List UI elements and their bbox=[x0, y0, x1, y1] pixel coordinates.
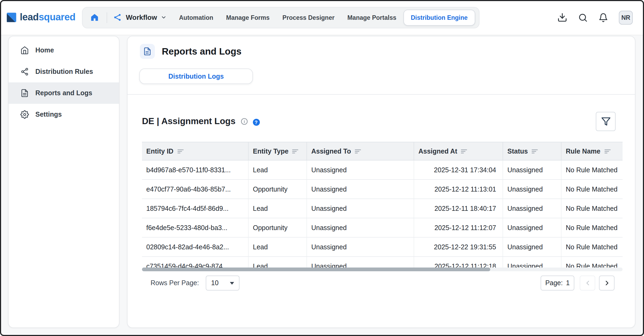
info-icon[interactable] bbox=[240, 117, 248, 125]
sidebar-item-reports-and-logs[interactable]: Reports and Logs bbox=[9, 82, 119, 104]
horizontal-scrollbar[interactable] bbox=[142, 268, 623, 271]
assigned-at-cell: 2025-12-12 11:12:07 bbox=[414, 218, 503, 237]
column-header-label: Assigned At bbox=[418, 147, 457, 155]
reports-page-icon bbox=[140, 44, 155, 59]
entity-type-cell: Lead bbox=[249, 199, 307, 218]
leadsquared-logo[interactable]: leadsquared bbox=[6, 12, 76, 23]
table-row[interactable]: b4d967a8-e570-11f0-8331... Lead Unassign… bbox=[142, 161, 623, 180]
column-header-rule-name[interactable]: Rule Name bbox=[561, 142, 623, 160]
assigned-at-cell: 2025-12-22 19:31:55 bbox=[414, 238, 503, 256]
workflow-icon bbox=[113, 13, 122, 22]
column-header-entity-type[interactable]: Entity Type bbox=[249, 142, 307, 160]
sidebar-item-label: Distribution Rules bbox=[35, 68, 93, 75]
table-row[interactable]: e470cf77-90a6-4b36-85b7... Opportunity U… bbox=[142, 180, 623, 199]
entity-type-cell: Lead bbox=[249, 238, 307, 256]
column-header-assigned-at[interactable]: Assigned At bbox=[414, 142, 503, 160]
nav-item-manage-portals[interactable]: Manage Portalss bbox=[342, 9, 402, 25]
column-header-label: Rule Name bbox=[566, 147, 600, 155]
sidebar-item-settings[interactable]: Settings bbox=[9, 104, 119, 125]
app-stage: leadsquared Workflow bbox=[0, 0, 644, 336]
topbar: leadsquared Workflow bbox=[0, 0, 644, 35]
search-button[interactable] bbox=[578, 13, 588, 22]
nav-divider bbox=[107, 12, 107, 23]
notifications-button[interactable] bbox=[598, 13, 608, 22]
sort-icon bbox=[355, 148, 361, 154]
nav-item-automation[interactable]: Automation bbox=[173, 9, 219, 25]
gear-icon bbox=[20, 110, 29, 119]
page-title: Reports and Logs bbox=[162, 46, 242, 57]
entity-id-cell: 02809c14-82ad-4e46-8a2... bbox=[142, 238, 249, 256]
tab-distribution-logs[interactable]: Distribution Logs bbox=[139, 68, 253, 84]
status-cell: Unassigned bbox=[503, 238, 561, 256]
assigned-at-cell: 2025-12-31 17:34:04 bbox=[414, 161, 503, 179]
rule-name-cell: No Rule Matched bbox=[561, 161, 623, 179]
table-header-row: Entity ID Entity Type Assigned To Assign… bbox=[142, 142, 623, 161]
report-icon bbox=[20, 89, 29, 97]
status-cell: Unassigned bbox=[503, 218, 561, 237]
sidebar-item-label: Home bbox=[35, 47, 54, 54]
sidebar-item-distribution-rules[interactable]: Distribution Rules bbox=[9, 61, 119, 82]
logo-text: leadsquared bbox=[20, 12, 76, 23]
column-header-label: Assigned To bbox=[311, 147, 351, 155]
table-row[interactable]: 185794c6-7fc4-4d5f-86d9... Lead Unassign… bbox=[142, 199, 623, 218]
bell-icon bbox=[598, 13, 608, 22]
filter-icon bbox=[601, 117, 611, 126]
table-row[interactable]: 02809c14-82ad-4e46-8a2... Lead Unassigne… bbox=[142, 238, 623, 257]
page-header: Reports and Logs bbox=[140, 44, 242, 59]
previous-page-button[interactable] bbox=[580, 276, 595, 291]
workflow-menu[interactable]: Workflow bbox=[110, 13, 172, 22]
entity-type-cell: Lead bbox=[249, 257, 307, 268]
assigned-to-cell: Unassigned bbox=[307, 199, 414, 218]
next-page-button[interactable] bbox=[599, 276, 615, 291]
assigned-at-cell: 2025-12-12 11:12:18 bbox=[414, 257, 503, 268]
sidebar-item-label: Settings bbox=[35, 111, 62, 118]
assigned-at-cell: 2025-12-12 11:13:01 bbox=[414, 180, 503, 198]
user-avatar[interactable]: NR bbox=[619, 10, 633, 24]
column-header-assigned-to[interactable]: Assigned To bbox=[307, 142, 414, 160]
top-navigation: Workflow Automation Manage Forms Process… bbox=[82, 7, 480, 28]
entity-id-cell: b4d967a8-e570-11f0-8331... bbox=[142, 161, 249, 179]
column-header-status[interactable]: Status bbox=[503, 142, 561, 160]
assigned-to-cell: Unassigned bbox=[307, 257, 414, 268]
section-header: DE | Assignment Logs ? bbox=[142, 116, 260, 126]
rows-per-page-value: 10 bbox=[211, 279, 219, 287]
rows-per-page-select[interactable]: 10 bbox=[206, 276, 239, 291]
sidebar-item-home[interactable]: Home bbox=[9, 40, 119, 61]
column-header-entity-id[interactable]: Entity ID bbox=[142, 142, 249, 160]
entity-id-cell: f6e4de5e-5233-480d-ba3... bbox=[142, 218, 249, 237]
assignment-logs-table: Entity ID Entity Type Assigned To Assign… bbox=[142, 142, 623, 268]
page-label: Page: bbox=[545, 279, 563, 287]
filter-button[interactable] bbox=[596, 112, 616, 131]
page-indicator[interactable]: Page: 1 bbox=[541, 276, 574, 291]
nav-item-process-designer[interactable]: Process Designer bbox=[276, 9, 340, 25]
nav-item-distribution-engine[interactable]: Distribution Engine bbox=[403, 9, 475, 25]
status-cell: Unassigned bbox=[503, 161, 561, 179]
sidebar: Home Distribution Rules Rep bbox=[8, 36, 119, 328]
status-cell: Unassigned bbox=[503, 257, 561, 268]
app-window: leadsquared Workflow bbox=[0, 0, 644, 336]
topbar-right-actions: NR bbox=[557, 10, 633, 24]
rule-name-cell: No Rule Matched bbox=[561, 180, 623, 198]
column-header-label: Entity ID bbox=[146, 147, 173, 155]
workflow-label: Workflow bbox=[126, 13, 157, 21]
import-tray-button[interactable] bbox=[557, 12, 567, 22]
hierarchy-icon bbox=[20, 67, 29, 76]
column-header-label: Entity Type bbox=[253, 147, 289, 155]
page-value: 1 bbox=[566, 279, 570, 287]
chevron-down-icon bbox=[161, 14, 167, 20]
table-row[interactable]: f6e4de5e-5233-480d-ba3... Opportunity Un… bbox=[142, 218, 623, 238]
assigned-at-cell: 2025-12-11 18:40:17 bbox=[414, 199, 503, 218]
header-divider bbox=[128, 94, 635, 95]
nav-item-manage-forms[interactable]: Manage Forms bbox=[220, 9, 275, 25]
status-cell: Unassigned bbox=[503, 180, 561, 198]
entity-type-cell: Opportunity bbox=[249, 218, 307, 237]
table-row[interactable]: c7351459-d4c9-49c9-874... Lead Unassigne… bbox=[142, 257, 623, 268]
sort-icon bbox=[531, 148, 538, 154]
leadsquared-logo-icon bbox=[6, 12, 17, 23]
assigned-to-cell: Unassigned bbox=[307, 218, 414, 237]
column-header-label: Status bbox=[507, 147, 528, 155]
home-nav-button[interactable] bbox=[86, 9, 103, 25]
rule-name-cell: No Rule Matched bbox=[561, 218, 623, 237]
scrollbar-thumb[interactable] bbox=[142, 268, 490, 271]
help-icon[interactable]: ? bbox=[253, 119, 260, 126]
